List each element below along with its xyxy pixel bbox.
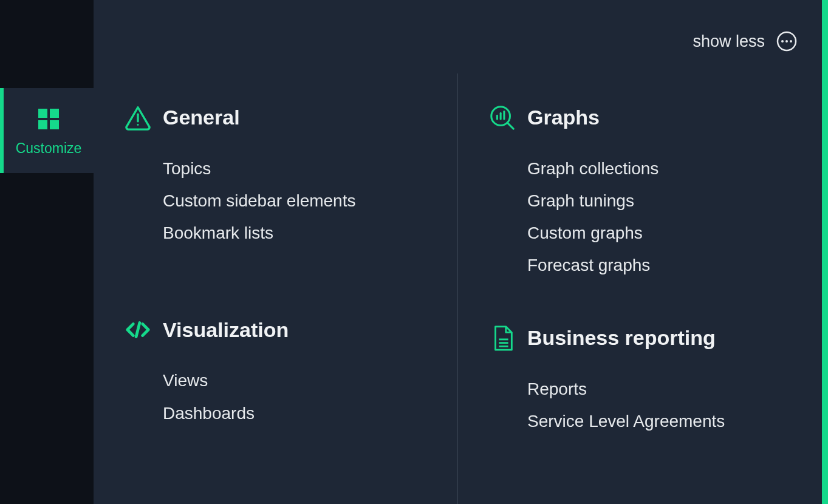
group-title: General (163, 106, 240, 129)
menu-item-custom-graphs[interactable]: Custom graphs (527, 217, 798, 249)
page-root: Customize show less (0, 0, 828, 504)
code-icon (124, 316, 152, 344)
group-items: Topics Custom sidebar elements Bookmark … (124, 152, 433, 250)
group-header: Graphs (488, 104, 798, 132)
svg-point-5 (781, 40, 784, 43)
menu-item-forecast-graphs[interactable]: Forecast graphs (527, 249, 798, 281)
svg-rect-1 (50, 109, 59, 118)
svg-point-6 (785, 40, 788, 43)
group-header: General (124, 104, 433, 132)
group-visualization: Visualization Views Dashboards (124, 316, 433, 429)
group-graphs: Graphs Graph collections Graph tunings C… (488, 104, 798, 282)
menu-item-custom-sidebar-elements[interactable]: Custom sidebar elements (163, 185, 433, 217)
menu-item-views[interactable]: Views (163, 364, 433, 397)
show-less-toggle[interactable]: show less (693, 30, 765, 52)
menu-item-topics[interactable]: Topics (163, 152, 433, 185)
sidebar-item-label: Customize (16, 140, 82, 157)
group-header: Visualization (124, 316, 433, 344)
group-business-reporting: Business reporting Reports Service Level… (488, 324, 798, 437)
main-panel: show less (94, 0, 822, 504)
svg-point-7 (790, 40, 792, 43)
group-title: Business reporting (527, 326, 716, 350)
group-items: Reports Service Level Agreements (488, 373, 798, 437)
menu-item-sla[interactable]: Service Level Agreements (527, 405, 798, 437)
menu-item-dashboards[interactable]: Dashboards (163, 397, 433, 429)
right-column: Graphs Graph collections Graph tunings C… (457, 73, 822, 504)
apps-grid-icon (35, 105, 63, 133)
content-columns: General Topics Custom sidebar elements B… (94, 73, 822, 504)
group-title: Graphs (527, 106, 600, 129)
alert-triangle-icon (124, 104, 152, 132)
left-column: General Topics Custom sidebar elements B… (94, 73, 457, 504)
document-icon (488, 324, 516, 352)
svg-line-12 (508, 123, 514, 129)
svg-rect-3 (50, 120, 59, 129)
group-title: Visualization (163, 318, 289, 342)
topbar: show less (94, 0, 822, 73)
group-items: Graph collections Graph tunings Custom g… (488, 152, 798, 282)
group-general: General Topics Custom sidebar elements B… (124, 104, 433, 250)
sidebar-item-customize[interactable]: Customize (0, 88, 94, 173)
group-items: Views Dashboards (124, 364, 433, 429)
menu-item-graph-tunings[interactable]: Graph tunings (527, 185, 798, 217)
menu-item-graph-collections[interactable]: Graph collections (527, 152, 798, 185)
svg-rect-2 (38, 120, 47, 129)
menu-item-bookmark-lists[interactable]: Bookmark lists (163, 217, 433, 249)
menu-item-reports[interactable]: Reports (527, 373, 798, 405)
ellipsis-circle-icon[interactable] (776, 30, 798, 52)
graph-search-icon (488, 104, 516, 132)
sidebar: Customize (0, 0, 94, 504)
svg-line-10 (136, 323, 140, 337)
svg-point-9 (137, 124, 139, 126)
group-header: Business reporting (488, 324, 798, 352)
svg-rect-0 (38, 109, 47, 118)
